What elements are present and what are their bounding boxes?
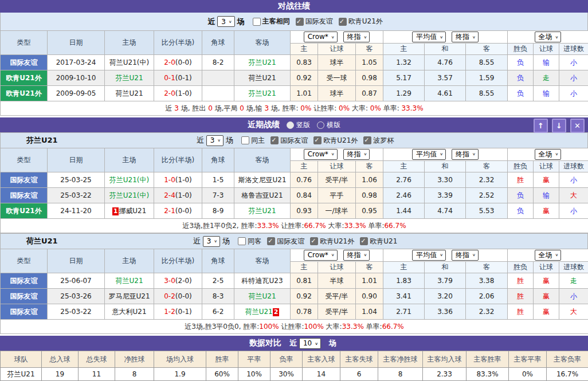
same-home-checkbox[interactable]: [241, 136, 249, 144]
move-down-button[interactable]: ↓: [552, 119, 566, 133]
home-team[interactable]: 荷兰U21(中): [105, 55, 154, 70]
horizontal-layout-radio[interactable]: [317, 121, 324, 129]
h2h-title-bar: 对战往绩: [0, 0, 588, 13]
col-score: 比分(半场): [154, 31, 202, 55]
chevron-down-icon: ∨: [331, 152, 335, 156]
col-venue-loss-rate: 主客负率: [547, 351, 588, 368]
away-team[interactable]: 科特迪瓦U23: [234, 273, 291, 289]
home-team[interactable]: 芬兰U21(中): [105, 172, 154, 188]
compare-title: 数据对比: [249, 338, 281, 348]
team-count-select[interactable]: 3∨: [206, 135, 224, 146]
match-date: 2009-10-10: [48, 70, 105, 86]
league-badge[interactable]: 欧青U21外: [1, 70, 48, 86]
scope-select[interactable]: 全场∨: [535, 250, 562, 261]
league-badge[interactable]: 国际友谊: [1, 188, 48, 203]
bookmaker-stage-select[interactable]: 终指∨: [343, 250, 370, 261]
scope-select[interactable]: 全场∨: [535, 149, 562, 160]
euro-away: 2.06: [466, 289, 508, 304]
h2h-table: 类型 日期 主场 比分(半场) 角球 客场 Crow*∨ 终指∨ 平均值∨ 终指…: [0, 30, 588, 116]
home-team[interactable]: 意大利U21: [105, 304, 154, 320]
league-badge[interactable]: 国际友谊: [1, 55, 48, 70]
away-team[interactable]: 芬兰U21: [234, 203, 291, 219]
euro-away: 1.59: [466, 70, 508, 86]
away-team[interactable]: 斯洛文尼亚U21: [234, 172, 291, 188]
chevron-down-icon: ∨: [555, 35, 559, 39]
stat-cell: 30%: [271, 368, 303, 381]
match-score: 2-1(0-0): [154, 203, 202, 219]
match-date: 25-03-25: [48, 172, 105, 188]
average-select[interactable]: 平均值∨: [412, 149, 446, 160]
average-stage-select[interactable]: 终指∨: [452, 250, 479, 261]
corner-score: 1-5: [202, 172, 234, 188]
close-button[interactable]: ✕: [570, 119, 585, 133]
league-badge[interactable]: 国际友谊: [1, 304, 48, 320]
scope-group-header: 全场∨: [508, 249, 588, 262]
col-euro-home: 主: [383, 44, 425, 55]
match-score: 0-2(0-0): [154, 289, 202, 304]
h2h-count-select[interactable]: 3∨: [217, 16, 235, 27]
away-team[interactable]: 荷兰U21: [234, 70, 291, 86]
average-select[interactable]: 平均值∨: [412, 250, 446, 261]
col-odds-handicap: 让球: [318, 44, 356, 55]
away-team[interactable]: 荷兰U21: [234, 289, 291, 304]
col-type: 类型: [1, 148, 48, 172]
scope-select[interactable]: 全场∨: [535, 32, 562, 42]
col-result-handicap: 让球: [534, 262, 559, 273]
euro-home: 2.76: [383, 172, 425, 188]
col-goal-diff: 净胜球: [115, 351, 154, 368]
friendly-checkbox[interactable]: [267, 237, 275, 245]
u21-qual-checkbox[interactable]: [339, 18, 347, 26]
baltic-cup-checkbox[interactable]: [363, 136, 371, 144]
u21-euro-checkbox[interactable]: [360, 237, 368, 245]
chevron-down-icon: ∨: [217, 138, 221, 142]
league-badge[interactable]: 国际友谊: [1, 273, 48, 289]
away-team[interactable]: 芬兰U21: [234, 86, 291, 101]
league-badge[interactable]: 欧青U21外: [1, 203, 48, 219]
stat-cell: 60%: [206, 368, 238, 381]
home-team[interactable]: 荷兰U21: [105, 273, 154, 289]
team-name[interactable]: 芬兰U21: [1, 368, 42, 381]
match-analysis-page: 对战往绩 近 3∨ 场 主客相同 国际友谊 欧青U21外 类型 日期 主场 比分…: [0, 0, 588, 381]
team-name: 芬兰U21: [1, 135, 121, 146]
friendly-checkbox[interactable]: [271, 136, 279, 144]
home-team[interactable]: 1挪威U21: [105, 203, 154, 219]
league-badge[interactable]: 国际友谊: [1, 172, 48, 188]
u21-qual-checkbox[interactable]: [313, 136, 322, 144]
away-team[interactable]: 荷兰U212: [234, 304, 291, 320]
average-stage-select[interactable]: 终指∨: [452, 149, 479, 160]
away-team[interactable]: 格鲁吉亚U21: [234, 188, 291, 203]
average-select[interactable]: 平均值∨: [412, 32, 446, 42]
same-away-checkbox[interactable]: [238, 237, 246, 245]
vertical-layout-radio[interactable]: [287, 121, 294, 129]
euro-home: 1.83: [383, 273, 425, 289]
bookmaker-stage-select[interactable]: 终指∨: [343, 149, 370, 160]
bookmaker-select[interactable]: Crow*∨: [304, 250, 338, 261]
friendly-checkbox[interactable]: [296, 18, 304, 26]
h2h-title: 对战往绩: [278, 1, 310, 11]
near-label: 近: [197, 135, 204, 146]
netherlands-summary-line: 近3场,胜3平0负0, 胜率:100% 让胜率:100% 大率:33.3% 单率…: [1, 320, 588, 334]
same-venue-checkbox[interactable]: [253, 18, 261, 26]
team-filter-bar: 近 3∨ 场 同主 国际友谊 欧青U21外 波罗杯: [121, 135, 467, 146]
bookmaker-stage-select[interactable]: 终指∨: [343, 32, 370, 42]
chevron-down-icon: ∨: [440, 35, 443, 39]
odds-handicap: 受平/半: [318, 304, 356, 320]
league-badge[interactable]: 欧青U21外: [1, 86, 48, 101]
home-team[interactable]: 罗马尼亚U21: [105, 289, 154, 304]
u21-qual-checkbox[interactable]: [310, 237, 318, 245]
move-up-button[interactable]: ↑: [534, 119, 548, 133]
bookmaker-select[interactable]: Crow*∨: [304, 149, 338, 160]
home-team[interactable]: 荷兰U21: [105, 86, 154, 101]
compare-title-bar: 数据对比 近 10∨ 场: [0, 336, 588, 351]
team-count-select[interactable]: 3∨: [203, 236, 221, 247]
chevron-down-icon: ∨: [331, 35, 335, 39]
compare-count-select[interactable]: 10∨: [299, 338, 321, 349]
match-date: 25-03-22: [48, 304, 105, 320]
league-badge[interactable]: 国际友谊: [1, 289, 48, 304]
bookmaker-select[interactable]: Crow*∨: [304, 32, 338, 42]
away-team[interactable]: 芬兰U21: [234, 55, 291, 70]
home-team[interactable]: 芬兰U21: [105, 70, 154, 86]
home-team[interactable]: 芬兰U21(中): [105, 188, 154, 203]
average-stage-select[interactable]: 终指∨: [452, 32, 479, 42]
result-wdl: 负: [508, 70, 534, 86]
